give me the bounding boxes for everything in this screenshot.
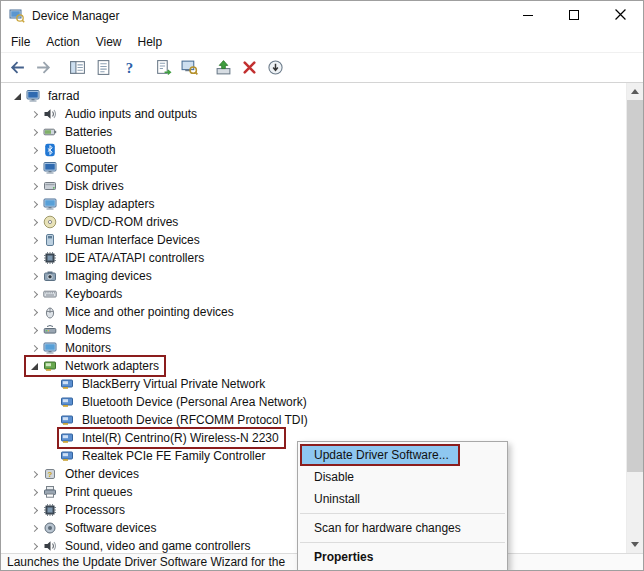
vertical-scrollbar[interactable] (626, 83, 643, 553)
scrollbar-up-button[interactable] (627, 83, 643, 100)
tree-row-content: Bluetooth Device (RFCOMM Protocol TDI) (59, 411, 313, 429)
scan-computer-icon (181, 59, 198, 76)
update-driver-button[interactable] (211, 56, 235, 80)
window-title: Device Manager (32, 9, 119, 23)
properties-button[interactable] (91, 56, 115, 80)
tree-item-mice-and-other-pointing-devices[interactable]: Mice and other pointing devices (1, 303, 626, 321)
scroll-up-icon (631, 89, 639, 94)
expand-icon[interactable] (26, 160, 42, 176)
display-icon (42, 197, 58, 211)
expand-icon[interactable] (26, 304, 42, 320)
forward-button[interactable] (31, 56, 55, 80)
scan-hardware-changes-button[interactable] (177, 56, 201, 80)
tree-row-content: Sound, video and game controllers (26, 537, 255, 553)
tree-item-disk-drives[interactable]: Disk drives (1, 177, 626, 195)
tree-item-dvd-cd-rom-drives[interactable]: DVD/CD-ROM drives (1, 213, 626, 231)
expand-icon[interactable] (26, 196, 42, 212)
tree-item-keyboards[interactable]: Keyboards (1, 285, 626, 303)
expand-icon[interactable] (26, 268, 42, 284)
close-icon (615, 9, 626, 23)
expand-icon[interactable] (26, 106, 42, 122)
expand-icon[interactable] (26, 466, 42, 482)
context-menu-item-update-driver-software[interactable]: Update Driver Software... (298, 444, 507, 466)
uninstall-icon (241, 59, 258, 76)
tree-row-content: Audio inputs and outputs (26, 105, 202, 123)
tree-item-bluetooth-device-personal-area-network[interactable]: Bluetooth Device (Personal Area Network) (1, 393, 626, 411)
scrollbar-down-button[interactable] (627, 536, 643, 553)
export-list-button[interactable] (151, 56, 175, 80)
network-icon (42, 359, 58, 373)
collapse-icon[interactable] (26, 358, 42, 374)
tree-item-human-interface-devices[interactable]: Human Interface Devices (1, 231, 626, 249)
chip-icon (42, 503, 58, 517)
tree-row-content: Display adapters (26, 195, 159, 213)
menu-action[interactable]: Action (38, 32, 87, 52)
expand-icon[interactable] (26, 502, 42, 518)
expand-icon[interactable] (26, 178, 42, 194)
computer-icon (25, 89, 41, 103)
help-button[interactable]: ? (117, 56, 141, 80)
caption-buttons (505, 1, 643, 31)
expand-icon[interactable] (26, 538, 42, 553)
scrollbar-thumb[interactable] (627, 100, 643, 472)
tree-item-audio-inputs-and-outputs[interactable]: Audio inputs and outputs (1, 105, 626, 123)
tree-row-content: Disk drives (26, 177, 129, 195)
network-adapter-icon (59, 413, 75, 427)
tree-item-ide-ata-atapi-controllers[interactable]: IDE ATA/ATAPI controllers (1, 249, 626, 267)
tree-item-imaging-devices[interactable]: Imaging devices (1, 267, 626, 285)
maximize-button[interactable] (551, 1, 597, 31)
tree-item-modems[interactable]: Modems (1, 321, 626, 339)
expand-icon[interactable] (26, 322, 42, 338)
context-menu-item-uninstall[interactable]: Uninstall (298, 488, 507, 510)
tree-item-bluetooth-device-rfcomm-protocol-tdi[interactable]: Bluetooth Device (RFCOMM Protocol TDI) (1, 411, 626, 429)
disable-button[interactable] (263, 56, 287, 80)
context-menu-item-disable[interactable]: Disable (298, 466, 507, 488)
expand-icon[interactable] (26, 124, 42, 140)
tree-item-blackberry-virtual-private-network[interactable]: BlackBerry Virtual Private Network (1, 375, 626, 393)
expand-icon[interactable] (26, 142, 42, 158)
expand-icon[interactable] (26, 250, 42, 266)
tree-item-computer[interactable]: Computer (1, 159, 626, 177)
tree-item-batteries[interactable]: Batteries (1, 123, 626, 141)
context-menu-item-properties[interactable]: Properties (298, 546, 507, 568)
tree-row-content: ? Other devices (26, 465, 144, 483)
tree-row-content: Realtek PCIe FE Family Controller (59, 447, 270, 465)
menu-help[interactable]: Help (130, 32, 171, 52)
menu-file[interactable]: File (3, 32, 38, 52)
collapse-icon[interactable] (9, 88, 25, 104)
close-button[interactable] (597, 1, 643, 31)
expand-icon[interactable] (26, 286, 42, 302)
expand-icon[interactable] (26, 232, 42, 248)
expand-icon[interactable] (26, 340, 42, 356)
scrollbar-track[interactable] (627, 472, 643, 536)
tree-row-content: Bluetooth (26, 141, 121, 159)
tree-item-bluetooth[interactable]: Bluetooth (1, 141, 626, 159)
context-menu-item-scan-for-hardware-changes[interactable]: Scan for hardware changes (298, 517, 507, 539)
tree-item-network-adapters[interactable]: Network adapters (1, 357, 626, 375)
menu-view[interactable]: View (88, 32, 130, 52)
uninstall-button[interactable] (237, 56, 261, 80)
back-button[interactable] (5, 56, 29, 80)
expand-icon[interactable] (26, 214, 42, 230)
tree-row-content: Monitors (26, 339, 116, 357)
network-adapter-icon (59, 449, 75, 463)
minimize-button[interactable] (505, 1, 551, 31)
scroll-down-icon (631, 542, 639, 547)
tree-item-monitors[interactable]: Monitors (1, 339, 626, 357)
maximize-icon (569, 9, 579, 23)
tree-row-content: Mice and other pointing devices (26, 303, 239, 321)
other-device-icon: ? (42, 467, 58, 481)
monitor-icon (42, 341, 58, 355)
tree-row-content: IDE ATA/ATAPI controllers (26, 249, 209, 267)
properties-icon (95, 59, 112, 76)
tree-item-display-adapters[interactable]: Display adapters (1, 195, 626, 213)
mouse-icon (42, 305, 58, 319)
expand-icon[interactable] (26, 484, 42, 500)
tree-row-content: Human Interface Devices (26, 231, 205, 249)
expand-icon[interactable] (26, 520, 42, 536)
audio-icon (42, 539, 58, 553)
help-icon: ? (121, 59, 138, 76)
statusbar-text: Launches the Update Driver Software Wiza… (7, 555, 285, 569)
show-console-tree-button[interactable] (65, 56, 89, 80)
tree-item-farrad[interactable]: farrad (1, 87, 626, 105)
